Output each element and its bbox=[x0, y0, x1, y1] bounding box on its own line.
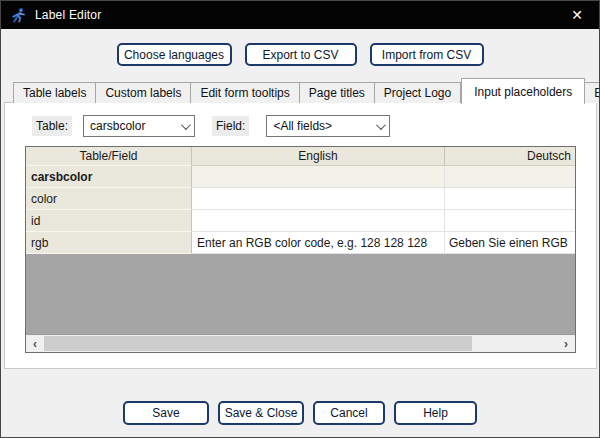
chevron-down-icon bbox=[181, 120, 191, 130]
english-cell[interactable] bbox=[192, 210, 445, 232]
tab-edit-form-tooltips[interactable]: Edit form tooltips bbox=[191, 82, 299, 103]
table-row: carsbcolor bbox=[26, 166, 575, 188]
table-row: color bbox=[26, 188, 575, 210]
header-table-field: Table/Field bbox=[26, 147, 192, 166]
placeholders-grid: Table/Field English Deutsch carsbcolor c… bbox=[25, 146, 576, 353]
deutsch-cell[interactable]: Geben Sie einen RGB bbox=[445, 232, 575, 254]
table-row: id bbox=[26, 210, 575, 232]
cancel-button[interactable]: Cancel bbox=[313, 401, 385, 425]
field-select[interactable]: <All fields> bbox=[266, 115, 390, 137]
tab-strip: Table labels Custom labels Edit form too… bbox=[13, 81, 600, 103]
scrollbar-thumb[interactable] bbox=[44, 336, 472, 351]
table-select[interactable]: carsbcolor bbox=[83, 115, 195, 137]
footer-buttons: Save Save & Close Cancel Help bbox=[1, 401, 599, 425]
window-title: Label Editor bbox=[35, 8, 101, 22]
title-bar: Label Editor ✕ bbox=[1, 1, 599, 29]
scrollbar-track[interactable] bbox=[44, 335, 557, 352]
running-person-icon bbox=[10, 7, 27, 24]
grid-header-row: Table/Field English Deutsch bbox=[26, 147, 575, 166]
chevron-down-icon bbox=[376, 120, 386, 130]
grid-empty-area bbox=[26, 254, 575, 334]
export-csv-button[interactable]: Export to CSV bbox=[245, 43, 357, 66]
save-button[interactable]: Save bbox=[123, 401, 209, 425]
tab-custom-labels[interactable]: Custom labels bbox=[96, 82, 191, 103]
tab-page-titles[interactable]: Page titles bbox=[300, 82, 375, 103]
toolbar: Choose languages Export to CSV Import fr… bbox=[1, 43, 599, 66]
scroll-right-icon[interactable]: › bbox=[557, 335, 575, 352]
header-english: English bbox=[192, 147, 445, 166]
header-deutsch: Deutsch bbox=[445, 147, 575, 166]
import-csv-button[interactable]: Import from CSV bbox=[370, 43, 484, 66]
table-row: rgb Enter an RGB color code, e.g. 128 12… bbox=[26, 232, 575, 254]
row-header-cell: color bbox=[26, 188, 192, 210]
deutsch-cell[interactable] bbox=[445, 188, 575, 210]
choose-languages-button[interactable]: Choose languages bbox=[117, 43, 232, 66]
help-button[interactable]: Help bbox=[394, 401, 477, 425]
save-close-button[interactable]: Save & Close bbox=[218, 401, 304, 425]
english-cell[interactable]: Enter an RGB color code, e.g. 128 128 12… bbox=[192, 232, 445, 254]
filter-row: Table: carsbcolor Field: <All fields> bbox=[32, 115, 390, 137]
tab-input-placeholders[interactable]: Input placeholders bbox=[461, 78, 585, 104]
row-header-cell: carsbcolor bbox=[26, 166, 192, 188]
english-cell[interactable] bbox=[192, 188, 445, 210]
row-header-cell: rgb bbox=[26, 232, 192, 254]
tab-table-labels[interactable]: Table labels bbox=[13, 82, 96, 103]
input-placeholders-panel: Table: carsbcolor Field: <All fields> Ta… bbox=[4, 102, 597, 369]
deutsch-cell[interactable] bbox=[445, 210, 575, 232]
label-editor-dialog: Label Editor ✕ Choose languages Export t… bbox=[0, 0, 600, 438]
table-label: Table: bbox=[32, 116, 72, 136]
tab-project-logo[interactable]: Project Logo bbox=[375, 82, 461, 103]
english-cell[interactable] bbox=[192, 166, 445, 188]
field-label: Field: bbox=[212, 116, 249, 136]
tab-eu-cookie-banner[interactable]: EU cookie banner bbox=[585, 82, 600, 103]
deutsch-cell[interactable] bbox=[445, 166, 575, 188]
close-button[interactable]: ✕ bbox=[555, 1, 599, 29]
table-select-value: carsbcolor bbox=[90, 119, 173, 133]
horizontal-scrollbar[interactable]: ‹ › bbox=[26, 334, 575, 352]
field-select-value: <All fields> bbox=[273, 119, 368, 133]
row-header-cell: id bbox=[26, 210, 192, 232]
scroll-left-icon[interactable]: ‹ bbox=[26, 335, 44, 352]
close-icon: ✕ bbox=[571, 7, 583, 23]
